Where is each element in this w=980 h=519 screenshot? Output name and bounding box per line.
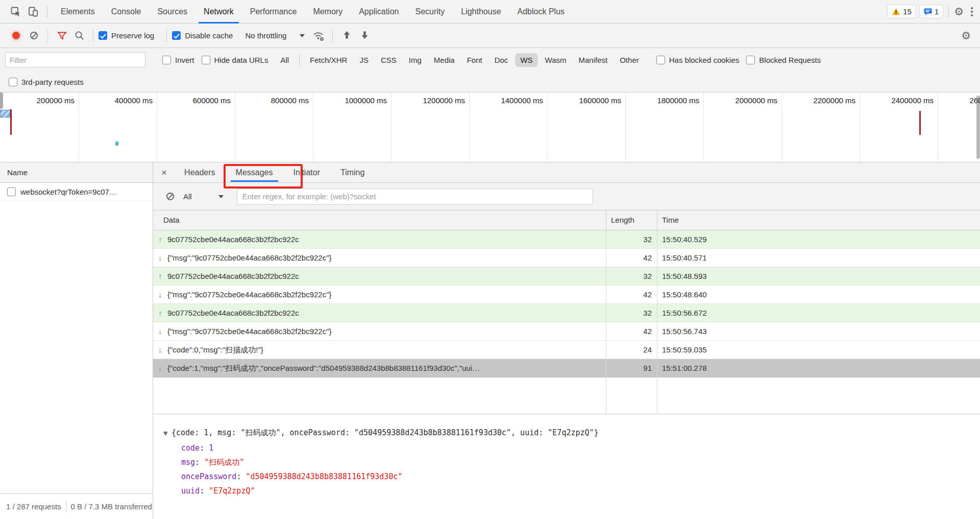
disable-cache-checkbox[interactable]: [172, 31, 181, 40]
tab-security[interactable]: Security: [407, 0, 453, 23]
message-regex-input[interactable]: [237, 188, 593, 205]
message-data-cell[interactable]: ↑9c07752cbe0e44aca668c3b2f2bc922c: [153, 267, 606, 286]
selected-request-marker[interactable]: [0, 110, 10, 117]
more-options-icon[interactable]: [964, 7, 980, 16]
ruler-label: 2600000 ms: [935, 96, 980, 105]
blocked-requests-label: Blocked Requests: [759, 56, 821, 64]
type-filter-wasm[interactable]: Wasm: [540, 53, 572, 67]
type-filter-css[interactable]: CSS: [376, 53, 402, 67]
json-property[interactable]: uuid: "E7q2zpzQ": [163, 484, 980, 498]
export-har-icon[interactable]: [360, 31, 369, 41]
warnings-badge[interactable]: 15: [887, 5, 916, 18]
tab-performance[interactable]: Performance: [242, 0, 305, 23]
type-filter-manifest[interactable]: Manifest: [574, 53, 613, 67]
details-tab-initiator[interactable]: Initiator: [283, 162, 330, 183]
request-row[interactable]: websocket?qrToken=9c07752cbe0e44aca668c3…: [0, 183, 153, 201]
disable-cache-label: Disable cache: [185, 31, 233, 40]
json-property[interactable]: code: 1: [163, 441, 980, 455]
request-details-pane: × HeadersMessagesInitiatorTiming All Dat…: [153, 162, 980, 519]
hide-data-urls-label: Hide data URLs: [214, 56, 268, 64]
type-filter-img[interactable]: Img: [404, 53, 427, 67]
type-filter-font[interactable]: Font: [462, 53, 487, 67]
divider: [948, 6, 949, 18]
filter-funnel-icon[interactable]: [53, 27, 70, 44]
ruler-label: 600000 ms: [154, 96, 231, 105]
details-tab-timing[interactable]: Timing: [330, 162, 375, 183]
device-toolbar-icon[interactable]: [24, 3, 42, 20]
hide-data-urls-checkbox[interactable]: [202, 56, 210, 64]
column-header-data[interactable]: Data: [153, 210, 606, 230]
tab-lighthouse[interactable]: Lighthouse: [453, 0, 509, 23]
column-header-time[interactable]: Time: [657, 210, 980, 230]
throttling-select[interactable]: No throttling: [245, 31, 305, 40]
expand-caret-icon[interactable]: ▼: [163, 427, 172, 441]
message-length-cell: 32: [606, 304, 657, 322]
filter-input[interactable]: [5, 52, 145, 67]
message-data-cell[interactable]: ↑9c07752cbe0e44aca668c3b2f2bc922c: [153, 230, 606, 249]
message-data-cell[interactable]: ↓{"msg":"9c07752cbe0e44aca668c3b2f2bc922…: [153, 286, 606, 304]
tab-memory[interactable]: Memory: [305, 0, 351, 23]
tab-application[interactable]: Application: [351, 0, 407, 23]
type-filter-media[interactable]: Media: [429, 53, 460, 67]
message-preview-pane: ▼{code: 1, msg: "扫码成功", oncePassword: "d…: [153, 414, 980, 519]
details-tabs: HeadersMessagesInitiatorTiming: [174, 162, 375, 183]
message-data-cell[interactable]: ↑9c07752cbe0e44aca668c3b2f2bc922c: [153, 304, 606, 322]
issues-badge[interactable]: 1: [919, 5, 943, 18]
json-key: msg: [181, 458, 195, 467]
message-data-cell[interactable]: ↓{"msg":"9c07752cbe0e44aca668c3b2f2bc922…: [153, 322, 606, 341]
tab-sources[interactable]: Sources: [149, 0, 195, 23]
json-value: "d504959388d243b8b83881161f93d30c": [246, 472, 402, 481]
json-preview-root[interactable]: ▼{code: 1, msg: "扫码成功", oncePassword: "d…: [163, 426, 980, 441]
request-checkbox[interactable]: [7, 187, 16, 196]
import-har-icon[interactable]: [342, 31, 351, 41]
network-conditions-icon[interactable]: [310, 27, 327, 44]
message-time-cell: 15:51:00.278: [657, 359, 980, 378]
settings-gear-icon[interactable]: ⚙: [954, 6, 964, 18]
type-filter-doc[interactable]: Doc: [489, 53, 513, 67]
name-column-header[interactable]: Name: [0, 162, 153, 183]
search-icon[interactable]: [70, 27, 88, 44]
message-data-cell[interactable]: ↓{"code":0,"msg":"扫描成功!"}: [153, 341, 606, 359]
json-property[interactable]: msg: "扫码成功": [163, 455, 980, 469]
close-icon[interactable]: ×: [153, 167, 174, 178]
overview-scrollbar[interactable]: [976, 96, 980, 159]
record-icon[interactable]: [12, 32, 20, 39]
column-header-length[interactable]: Length: [606, 210, 657, 230]
type-filter-js[interactable]: JS: [354, 53, 374, 67]
clear-messages-icon[interactable]: [166, 193, 174, 200]
tab-network[interactable]: Network: [195, 0, 242, 23]
message-data-cell[interactable]: ↓{"msg":"9c07752cbe0e44aca668c3b2f2bc922…: [153, 249, 606, 267]
timeline-overview[interactable]: 200000 ms400000 ms600000 ms800000 ms1000…: [0, 92, 980, 162]
details-tab-messages[interactable]: Messages: [226, 162, 283, 183]
message-data-cell[interactable]: ↓{"code":1,"msg":"扫码成功","oncePassword":"…: [153, 359, 606, 378]
invert-checkbox[interactable]: [162, 56, 171, 64]
preserve-log-checkbox[interactable]: [99, 31, 107, 40]
json-property[interactable]: oncePassword: "d504959388d243b8b83881161…: [163, 469, 980, 484]
type-filter-ws[interactable]: WS: [515, 53, 537, 67]
network-settings-gear-icon[interactable]: ⚙: [961, 30, 971, 42]
has-blocked-cookies-checkbox[interactable]: [656, 56, 665, 64]
type-filter-all[interactable]: All: [275, 53, 294, 67]
json-value: "扫码成功": [204, 458, 244, 467]
clear-icon[interactable]: [25, 27, 42, 44]
inspect-element-icon[interactable]: [7, 3, 24, 20]
divider: [47, 6, 47, 18]
third-party-checkbox[interactable]: [9, 78, 17, 86]
type-filter-fetch-xhr[interactable]: Fetch/XHR: [305, 53, 352, 67]
message-type-select[interactable]: All: [183, 192, 224, 201]
type-filter-other[interactable]: Other: [615, 53, 644, 67]
tab-elements[interactable]: Elements: [53, 0, 103, 23]
sent-arrow-icon: ↑: [158, 230, 167, 248]
message-length-cell: 42: [606, 249, 657, 267]
devtools-tabbar: ElementsConsoleSourcesNetworkPerformance…: [0, 0, 980, 23]
message-length-cell: 32: [606, 267, 657, 286]
json-value: "E7q2zpzQ": [209, 486, 255, 496]
received-arrow-icon: ↓: [158, 359, 167, 377]
status-bar: 1 / 287 requests 0 B / 7.3 MB transferre…: [0, 493, 153, 519]
details-tab-headers[interactable]: Headers: [174, 162, 225, 183]
messages-table-filler: [153, 378, 980, 414]
tab-console[interactable]: Console: [103, 0, 150, 23]
blocked-requests-checkbox[interactable]: [746, 56, 755, 64]
tab-adblock-plus[interactable]: Adblock Plus: [509, 0, 573, 23]
third-party-row: 3rd-party requests: [0, 72, 980, 92]
